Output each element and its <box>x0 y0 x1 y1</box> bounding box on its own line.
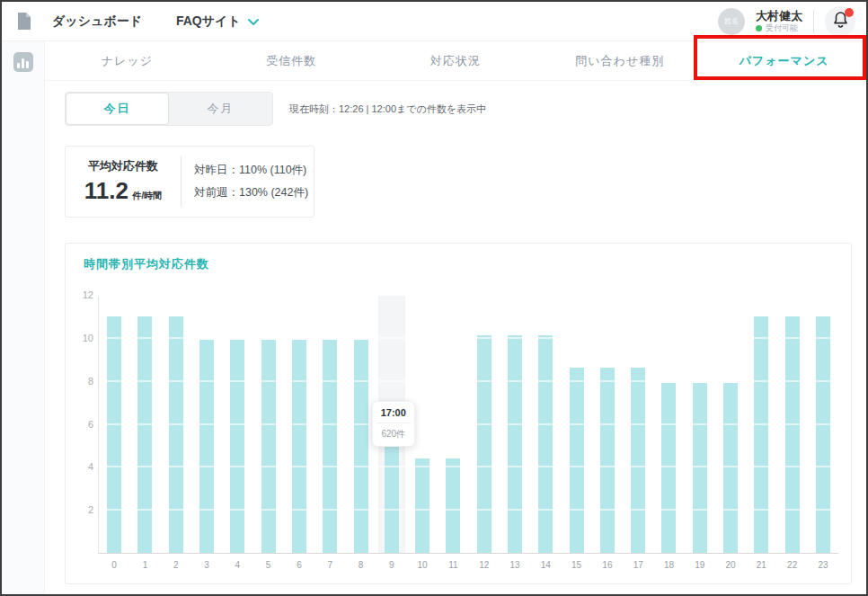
x-axis-label: 4 <box>222 560 252 570</box>
header-divider <box>813 10 814 33</box>
chart-slot: 3 <box>191 296 222 553</box>
tab-label: 対応状況 <box>430 53 481 69</box>
tooltip-divider <box>376 423 411 423</box>
avatar[interactable]: 姓名 <box>718 8 745 35</box>
summary-card: 平均対応件数 11.2 件/時間 対昨日：110% (110件) 対前週：130… <box>65 146 314 218</box>
chevron-down-icon <box>248 13 259 30</box>
chart-bar[interactable] <box>137 316 152 553</box>
chart-slot: 20 <box>715 296 746 553</box>
summary-unit: 件/時間 <box>132 191 162 200</box>
chart-slot: 23 <box>808 296 838 553</box>
bar-chart-nav-icon[interactable] <box>13 52 33 72</box>
chart-bar[interactable] <box>570 368 584 553</box>
chart-bar[interactable] <box>600 368 615 553</box>
vs-last-week: 対前週：130% (242件) <box>194 185 308 200</box>
chart-bar[interactable] <box>169 316 183 553</box>
chart-bar[interactable] <box>538 335 553 553</box>
chart-slot: 21 <box>746 296 776 553</box>
period-controls: 今日 今月 現在時刻：12:26 | 12:00までの件数を表示中 <box>65 92 486 126</box>
x-axis-label: 8 <box>345 560 376 570</box>
hourly-chart-card: 時間帯別平均対応件数 012345678917:00620件1011121314… <box>65 243 852 584</box>
chart-slot: 0 <box>99 296 129 553</box>
chart-title: 時間帯別平均対応件数 <box>84 256 209 272</box>
month-button[interactable]: 今月 <box>169 93 272 125</box>
chart-bar[interactable] <box>754 316 768 553</box>
x-axis-label: 13 <box>500 560 530 570</box>
chart-bar[interactable] <box>508 335 522 553</box>
current-time-status: 現在時刻：12:26 | 12:00までの件数を表示中 <box>289 102 486 116</box>
vs-yesterday: 対昨日：110% (110件) <box>194 163 308 178</box>
summary-title: 平均対応件数 <box>66 158 181 174</box>
user-status: 受付可能 <box>756 23 802 33</box>
tab-performance[interactable]: パフォーマンス <box>702 41 866 80</box>
x-axis-label: 21 <box>746 560 776 570</box>
chart-slot: 17 <box>623 296 653 553</box>
x-axis-label: 6 <box>284 560 314 570</box>
avatar-label: 姓名 <box>724 16 739 26</box>
user-name: 大村健太 <box>756 9 802 23</box>
x-axis-label: 19 <box>685 560 715 570</box>
document-icon[interactable] <box>2 13 45 30</box>
site-selector[interactable]: FAQサイト <box>176 13 259 30</box>
x-axis-label: 3 <box>191 560 222 570</box>
chart-bar[interactable] <box>446 458 460 553</box>
x-axis-label: 22 <box>777 560 808 570</box>
chart-slot: 11 <box>438 296 468 553</box>
chart-bar[interactable] <box>415 458 430 553</box>
x-axis-label: 15 <box>561 560 591 570</box>
tab-knowledge[interactable]: ナレッジ <box>45 41 209 80</box>
chart-slot: 15 <box>561 296 591 553</box>
tooltip-count: 620件 <box>373 428 414 440</box>
x-axis-label: 14 <box>530 560 561 570</box>
chart-tooltip: 17:00620件 <box>372 401 415 447</box>
chart-slot: 5 <box>252 296 283 553</box>
x-axis-label: 18 <box>653 560 684 570</box>
bars-container: 012345678917:00620件101112131415161718192… <box>99 296 838 553</box>
chart-bar[interactable] <box>631 368 645 553</box>
chart-slot: 1 <box>129 296 160 553</box>
chart-bar[interactable] <box>323 340 337 553</box>
chart-slot: 4 <box>222 296 252 553</box>
tab-label: 問い合わせ種別 <box>575 53 664 69</box>
bar-chart-plot: 012345678917:00620件101112131415161718192… <box>98 296 838 554</box>
chart-bar[interactable] <box>661 383 676 553</box>
notification-button[interactable] <box>825 6 855 37</box>
chart-bar[interactable] <box>107 316 121 553</box>
chart-slot: 2 <box>161 296 191 553</box>
chart-bar[interactable] <box>693 383 707 553</box>
today-button[interactable]: 今日 <box>66 93 169 125</box>
tab-bar: ナレッジ 受信件数 対応状況 問い合わせ種別 パフォーマンス <box>45 41 866 81</box>
tab-label: 受信件数 <box>266 53 316 69</box>
page-title: ダッシュボード <box>52 13 142 30</box>
chart-bar[interactable] <box>199 340 214 553</box>
chart-bar[interactable] <box>723 383 738 553</box>
chart-bar[interactable] <box>816 316 830 553</box>
chart-slot: 7 <box>314 296 345 553</box>
tooltip-time: 17:00 <box>373 407 414 418</box>
x-axis-label: 20 <box>715 560 746 570</box>
y-axis-label: 4 <box>74 461 93 472</box>
chart-bar[interactable] <box>354 340 368 553</box>
summary-value: 11.2 <box>84 177 128 204</box>
tab-received-count[interactable]: 受信件数 <box>209 41 374 80</box>
chart-bar[interactable] <box>230 340 244 553</box>
y-axis-label: 2 <box>74 504 93 515</box>
chart-slot: 12 <box>469 296 500 553</box>
chart-bar[interactable] <box>261 340 276 553</box>
chart-bar[interactable] <box>292 340 306 553</box>
x-axis-label: 17 <box>623 560 653 570</box>
chart-slot: 19 <box>685 296 715 553</box>
chart-bar[interactable] <box>477 335 492 553</box>
tab-response-status[interactable]: 対応状況 <box>374 41 538 80</box>
x-axis-label: 16 <box>592 560 623 570</box>
user-info: 大村健太 受付可能 <box>756 9 802 32</box>
site-selector-label: FAQサイト <box>176 13 241 30</box>
chart-slot: 16 <box>592 296 623 553</box>
x-axis-label: 9 <box>376 560 407 570</box>
chart-bar[interactable] <box>785 316 800 553</box>
tab-inquiry-type[interactable]: 問い合わせ種別 <box>537 41 702 80</box>
tab-label: パフォーマンス <box>740 53 829 69</box>
status-dot-icon <box>756 25 762 31</box>
summary-comparisons: 対昨日：110% (110件) 対前週：130% (242件) <box>182 163 308 200</box>
summary-average: 平均対応件数 11.2 件/時間 <box>66 158 181 205</box>
